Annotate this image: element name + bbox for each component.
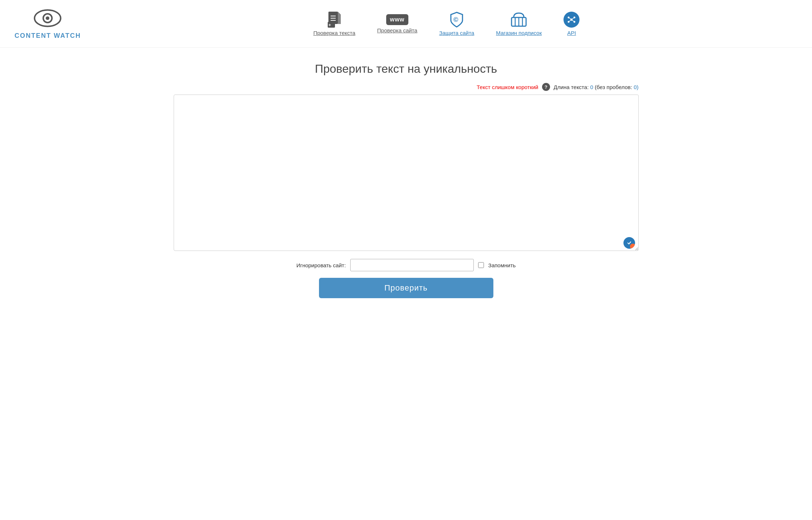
help-icon[interactable]: ? <box>542 83 550 91</box>
remember-checkbox[interactable] <box>478 262 484 268</box>
nav-protect-site[interactable]: © Защита сайта <box>439 12 474 36</box>
svg-line-24 <box>571 20 574 22</box>
shield-copyright-icon: © <box>449 12 465 28</box>
text-input[interactable] <box>174 95 639 251</box>
ignore-site-input[interactable] <box>350 259 474 271</box>
status-bar: Текст слишком короткий ? Длина текста: 0… <box>174 83 639 91</box>
nav-api-label: API <box>567 30 576 36</box>
logo-icon: © <box>33 7 62 29</box>
svg-text:©: © <box>453 16 458 23</box>
svg-text:+: + <box>328 23 331 28</box>
api-icon <box>563 12 579 28</box>
status-error-text: Текст слишком короткий <box>477 84 538 90</box>
svg-line-21 <box>569 17 571 20</box>
nav-shop[interactable]: Магазин подписок <box>496 12 542 36</box>
svg-marker-5 <box>338 12 341 24</box>
basket-icon <box>510 12 528 28</box>
main-nav: + Проверка текста www Проверка сайта © З… <box>96 12 797 36</box>
page-title: Проверить текст на уникальность <box>174 62 639 76</box>
nav-check-text[interactable]: + Проверка текста <box>313 12 355 36</box>
text-length-info: Длина текста: 0 (без пробелов: 0) <box>554 84 639 90</box>
nav-check-site[interactable]: www Проверка сайта <box>377 14 417 33</box>
remember-label: Запомнить <box>488 262 516 268</box>
svg-line-22 <box>571 17 574 20</box>
check-button-row: Проверить <box>174 278 639 298</box>
grammarly-badge[interactable] <box>623 237 635 249</box>
nav-check-text-label: Проверка текста <box>313 30 355 36</box>
svg-text:©: © <box>46 16 49 20</box>
nav-api[interactable]: API <box>563 12 579 36</box>
nav-shop-label: Магазин подписок <box>496 30 542 36</box>
check-button[interactable]: Проверить <box>319 278 493 298</box>
doc-icon: + <box>328 12 341 28</box>
logo[interactable]: © CONTENT WATCH <box>15 7 81 40</box>
nav-protect-site-label: Защита сайта <box>439 30 474 36</box>
ignore-label: Игнорировать сайт: <box>296 262 346 268</box>
logo-text: CONTENT WATCH <box>15 31 81 40</box>
www-icon: www <box>386 14 408 25</box>
ignore-row: Игнорировать сайт: Запомнить <box>174 259 639 271</box>
textarea-wrapper <box>174 95 639 252</box>
nav-check-site-label: Проверка сайта <box>377 27 417 33</box>
svg-line-23 <box>569 20 571 22</box>
